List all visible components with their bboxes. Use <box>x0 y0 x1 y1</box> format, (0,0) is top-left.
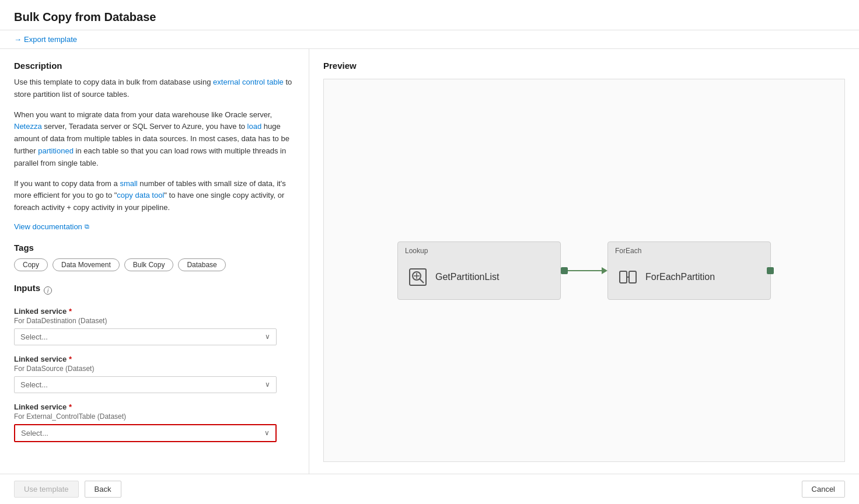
required-star-1: * <box>69 307 72 316</box>
svg-line-2 <box>420 279 424 283</box>
select-control-table-placeholder: Select... <box>21 429 48 438</box>
field-label-3: Linked service * <box>14 402 295 411</box>
preview-title: Preview <box>323 61 845 71</box>
main-content: Description Use this template to copy da… <box>0 49 859 474</box>
inputs-info-icon: i <box>44 286 52 295</box>
use-template-button[interactable]: Use template <box>14 481 79 498</box>
select-destination-placeholder: Select... <box>20 332 48 341</box>
lookup-node-header: Lookup <box>398 242 560 257</box>
view-documentation-link[interactable]: View documentation ⧉ <box>14 222 89 231</box>
svg-rect-5 <box>620 271 627 283</box>
page-header: Bulk Copy from Database <box>0 0 859 30</box>
select-source[interactable]: Select... ∨ <box>14 376 277 393</box>
pipeline-diagram: Lookup GetPart <box>397 242 771 300</box>
lookup-icon <box>407 267 428 288</box>
foreach-icon <box>617 267 638 288</box>
export-bar: → Export template <box>0 30 859 49</box>
tags-title: Tags <box>14 243 295 253</box>
description-para2: When you want to migrate data from your … <box>14 109 295 170</box>
inputs-section: Inputs i Linked service * For DataDestin… <box>14 283 295 442</box>
foreach-node: ForEach ForEachPartition <box>607 242 771 300</box>
field-sublabel-3: For External_ControlTable (Dataset) <box>14 412 295 421</box>
partitioned-link[interactable]: partitioned <box>38 146 74 155</box>
conn-arrow-icon <box>602 267 607 274</box>
required-star-2: * <box>69 355 72 363</box>
tag-data-movement: Data Movement <box>53 258 120 271</box>
conn-source-dot <box>561 267 568 274</box>
tag-database: Database <box>178 258 225 271</box>
cancel-button[interactable]: Cancel <box>802 481 845 498</box>
description-para3: If you want to copy data from a small nu… <box>14 178 295 214</box>
tags-row: Copy Data Movement Bulk Copy Database <box>14 258 295 271</box>
footer-left: Use template Back <box>14 481 121 498</box>
chevron-down-icon-3: ∨ <box>264 429 270 437</box>
small-link[interactable]: small <box>120 179 137 188</box>
inputs-title: Inputs <box>14 283 40 293</box>
tags-section: Tags Copy Data Movement Bulk Copy Databa… <box>14 243 295 271</box>
external-link-icon: ⧉ <box>85 223 89 230</box>
netezza-link[interactable]: Netezza <box>14 122 42 131</box>
select-destination[interactable]: Select... ∨ <box>14 328 277 345</box>
left-panel: Description Use this template to copy da… <box>0 49 309 474</box>
connector <box>561 267 607 274</box>
inputs-title-row: Inputs i <box>14 283 295 299</box>
tag-bulk-copy: Bulk Copy <box>124 258 174 271</box>
foreach-output-dot <box>767 267 774 274</box>
preview-canvas: Lookup GetPart <box>323 79 845 462</box>
select-source-placeholder: Select... <box>20 380 48 389</box>
description-para1: Use this template to copy data in bulk f… <box>14 76 295 101</box>
field-label-2: Linked service * <box>14 355 295 363</box>
external-link-1[interactable]: external control table <box>213 78 284 86</box>
field-sublabel-2: For DataSource (Dataset) <box>14 365 295 373</box>
field-group-source: Linked service * For DataSource (Dataset… <box>14 355 295 393</box>
back-button[interactable]: Back <box>85 481 121 498</box>
foreach-node-body: ForEachPartition <box>608 257 770 299</box>
required-star-3: * <box>69 402 72 411</box>
lookup-node: Lookup GetPart <box>397 242 561 300</box>
conn-line <box>568 270 602 271</box>
copy-tool-link[interactable]: copy data tool <box>117 191 164 200</box>
lookup-node-label: GetPartitionList <box>435 272 499 282</box>
lookup-node-body: GetPartitionList <box>398 257 560 299</box>
export-arrow-icon: → <box>14 35 22 44</box>
chevron-down-icon-1: ∨ <box>265 332 270 341</box>
description-title: Description <box>14 61 295 71</box>
tag-copy: Copy <box>14 258 48 271</box>
field-sublabel-1: For DataDestination (Dataset) <box>14 317 295 325</box>
field-group-destination: Linked service * For DataDestination (Da… <box>14 307 295 345</box>
export-template-link[interactable]: → Export template <box>14 35 77 44</box>
foreach-node-header: ForEach <box>608 242 770 257</box>
footer: Use template Back Cancel <box>0 474 859 504</box>
field-group-control-table: Linked service * For External_ControlTab… <box>14 402 295 442</box>
field-label-1: Linked service * <box>14 307 295 316</box>
chevron-down-icon-2: ∨ <box>265 380 270 388</box>
right-panel: Preview Lookup <box>309 49 859 474</box>
select-control-table[interactable]: Select... ∨ <box>14 424 277 442</box>
load-link[interactable]: load <box>247 122 262 131</box>
page-title: Bulk Copy from Database <box>14 10 845 24</box>
svg-rect-6 <box>629 271 636 283</box>
foreach-node-label: ForEachPartition <box>645 272 715 282</box>
